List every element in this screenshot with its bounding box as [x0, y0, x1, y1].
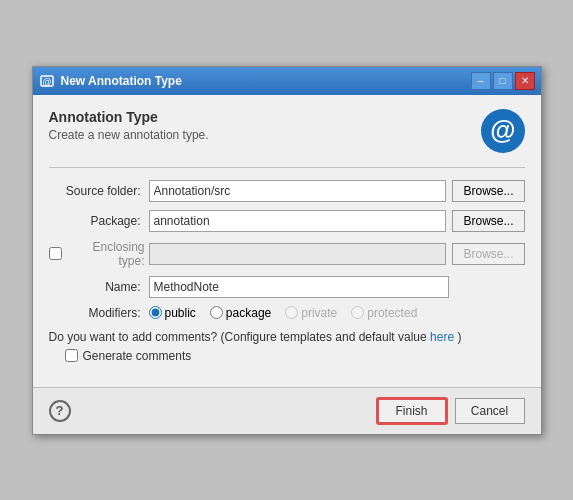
svg-text:@: @	[42, 77, 51, 87]
modifiers-label: Modifiers:	[49, 306, 149, 320]
modifier-protected[interactable]: protected	[351, 306, 417, 320]
modifiers-row: Modifiers: public package private protec…	[49, 306, 525, 320]
comments-here-link[interactable]: here	[430, 330, 454, 344]
modifier-private-radio[interactable]	[285, 306, 298, 319]
enclosing-type-input[interactable]	[149, 243, 447, 265]
modifier-package-radio[interactable]	[210, 306, 223, 319]
comments-question: Do you want to add comments? (Configure …	[49, 330, 525, 344]
dialog-title: Annotation Type	[49, 109, 209, 125]
generate-comments-checkbox[interactable]	[65, 349, 78, 362]
minimize-button[interactable]: –	[471, 72, 491, 90]
window-icon: @	[39, 73, 55, 89]
dialog-content: Annotation Type Create a new annotation …	[33, 95, 541, 387]
name-label: Name:	[49, 280, 149, 294]
enclosing-type-label: Enclosing type:	[65, 240, 145, 268]
enclosing-type-row: Enclosing type: Browse...	[49, 240, 525, 268]
enclosing-type-checkbox[interactable]	[49, 247, 62, 260]
header-text-block: Annotation Type Create a new annotation …	[49, 109, 209, 142]
dialog-header: Annotation Type Create a new annotation …	[49, 109, 525, 153]
enclosing-type-browse-button[interactable]: Browse...	[452, 243, 524, 265]
package-input[interactable]	[149, 210, 447, 232]
dialog-window: @ New Annotation Type – □ ✕ Annotation T…	[32, 66, 542, 435]
modifier-public-radio[interactable]	[149, 306, 162, 319]
generate-comments-text: Generate comments	[83, 349, 192, 363]
comments-section: Do you want to add comments? (Configure …	[49, 330, 525, 363]
source-folder-input[interactable]	[149, 180, 447, 202]
window-controls: – □ ✕	[471, 72, 535, 90]
modifier-protected-label: protected	[367, 306, 417, 320]
package-browse-button[interactable]: Browse...	[452, 210, 524, 232]
modifier-public-label: public	[165, 306, 196, 320]
comments-question-end: )	[457, 330, 461, 344]
dialog-subtitle: Create a new annotation type.	[49, 128, 209, 142]
modifier-package-label: package	[226, 306, 271, 320]
source-folder-label: Source folder:	[49, 184, 149, 198]
annotation-icon: @	[481, 109, 525, 153]
source-folder-row: Source folder: Browse...	[49, 180, 525, 202]
modifiers-radio-group: public package private protected	[149, 306, 418, 320]
finish-button[interactable]: Finish	[377, 398, 447, 424]
source-folder-browse-button[interactable]: Browse...	[452, 180, 524, 202]
bottom-buttons: Finish Cancel	[377, 398, 525, 424]
package-row: Package: Browse...	[49, 210, 525, 232]
modifier-private[interactable]: private	[285, 306, 337, 320]
name-input[interactable]	[149, 276, 449, 298]
bottom-bar: ? Finish Cancel	[33, 387, 541, 434]
comments-question-text: Do you want to add comments? (Configure …	[49, 330, 427, 344]
help-button[interactable]: ?	[49, 400, 71, 422]
modifier-public[interactable]: public	[149, 306, 196, 320]
close-button[interactable]: ✕	[515, 72, 535, 90]
cancel-button[interactable]: Cancel	[455, 398, 525, 424]
maximize-button[interactable]: □	[493, 72, 513, 90]
title-bar: @ New Annotation Type – □ ✕	[33, 67, 541, 95]
modifier-package[interactable]: package	[210, 306, 271, 320]
modifier-protected-radio[interactable]	[351, 306, 364, 319]
header-separator	[49, 167, 525, 168]
window-title: New Annotation Type	[61, 74, 471, 88]
name-row: Name:	[49, 276, 525, 298]
enclosing-type-label-wrapper: Enclosing type:	[49, 240, 149, 268]
modifier-private-label: private	[301, 306, 337, 320]
generate-comments-label[interactable]: Generate comments	[65, 349, 525, 363]
package-label: Package:	[49, 214, 149, 228]
